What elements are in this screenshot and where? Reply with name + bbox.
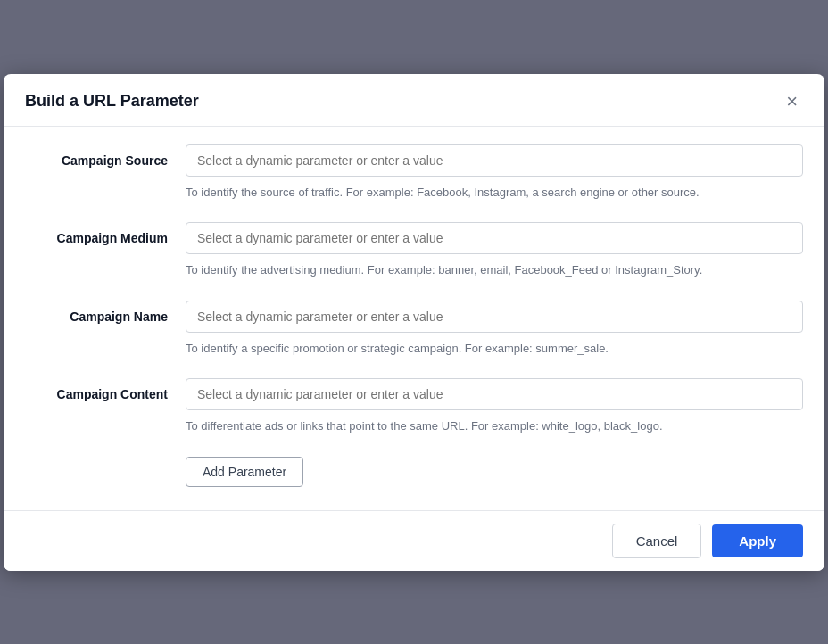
apply-button[interactable]: Apply: [712, 524, 803, 557]
modal-footer: Cancel Apply: [4, 510, 824, 571]
label-campaign-medium: Campaign Medium: [25, 222, 186, 245]
field-campaign-source: To identify the source of traffic. For e…: [186, 144, 803, 202]
modal-dialog: Build a URL Parameter × Campaign SourceT…: [4, 74, 824, 571]
hint-campaign-source: To identify the source of traffic. For e…: [186, 184, 803, 202]
input-campaign-medium[interactable]: [186, 222, 803, 254]
label-campaign-name: Campaign Name: [25, 301, 186, 324]
form-row-campaign-medium: Campaign MediumTo identify the advertisi…: [25, 222, 803, 279]
form-row-campaign-content: Campaign ContentTo differentiate ads or …: [25, 378, 803, 435]
cancel-button[interactable]: Cancel: [612, 524, 702, 558]
add-parameter-button[interactable]: Add Parameter: [186, 457, 303, 487]
label-campaign-content: Campaign Content: [25, 378, 186, 401]
input-campaign-name[interactable]: [186, 301, 803, 333]
label-campaign-source: Campaign Source: [25, 144, 186, 168]
input-campaign-source[interactable]: [186, 144, 803, 177]
modal-header: Build a URL Parameter ×: [4, 74, 824, 127]
field-campaign-content: To differentiate ads or links that point…: [186, 378, 803, 435]
input-campaign-content[interactable]: [186, 378, 803, 410]
field-campaign-medium: To identify the advertising medium. For …: [186, 222, 803, 279]
modal-body: Campaign SourceTo identify the source of…: [4, 127, 824, 510]
form-row-campaign-source: Campaign SourceTo identify the source of…: [25, 144, 803, 202]
modal-title: Build a URL Parameter: [25, 92, 199, 111]
field-campaign-name: To identify a specific promotion or stra…: [186, 301, 803, 358]
hint-campaign-medium: To identify the advertising medium. For …: [186, 261, 803, 279]
hint-campaign-name: To identify a specific promotion or stra…: [186, 340, 803, 358]
close-button[interactable]: ×: [781, 90, 803, 113]
form-row-campaign-name: Campaign NameTo identify a specific prom…: [25, 301, 803, 358]
hint-campaign-content: To differentiate ads or links that point…: [186, 417, 803, 435]
